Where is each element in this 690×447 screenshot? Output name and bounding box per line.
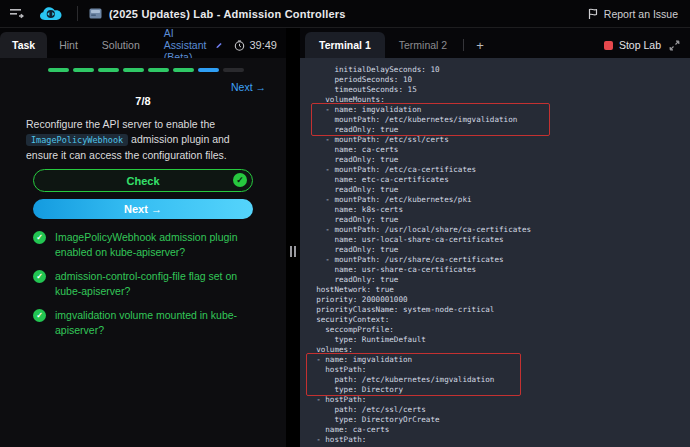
terminal-panel: Terminal 1 Terminal 2 + Stop Lab initial… — [300, 28, 690, 447]
tab-hint[interactable]: Hint — [47, 32, 90, 58]
progress-segment-done — [173, 68, 194, 72]
terminal-line: name: usr-local-share-ca-certificates — [307, 235, 690, 245]
task-text-before: Reconfigure the API server to enable the — [26, 118, 215, 130]
terminal-line: volumes: — [307, 345, 690, 355]
stop-lab-label: Stop Lab — [619, 39, 661, 51]
lab-window-icon — [89, 8, 102, 19]
terminal-line: priority: 2000001000 — [307, 295, 690, 305]
terminal-line: hostPath: — [307, 365, 690, 375]
progress-segment-done — [48, 68, 69, 72]
terminal-line: - mountPath: /etc/kubernetes/pki — [307, 195, 690, 205]
progress-bar — [48, 68, 244, 72]
lab-timer: 39:49 — [234, 39, 277, 51]
terminal-line: seccompProfile: — [307, 325, 690, 335]
terminal-line: readOnly: true — [307, 155, 690, 165]
terminal-line: path: /etc/ssl/certs — [307, 405, 690, 415]
next-step-link[interactable]: Next → — [231, 81, 266, 93]
tab-task[interactable]: Task — [0, 32, 47, 58]
main-area: Task Hint Solution AI Assistant (Beta) — [0, 28, 690, 447]
terminal-line: name: etc-ca-certificates — [307, 175, 690, 185]
terminal-line: type: Directory — [307, 385, 690, 395]
terminal-line: readOnly: true — [307, 125, 690, 135]
terminal-line: mountPath: /etc/kubernetes/imgvalidation — [307, 115, 690, 125]
stop-icon — [604, 41, 613, 50]
tab-ai-assistant[interactable]: AI Assistant (Beta) — [152, 32, 235, 58]
page-title: (2025 Updates) Lab - Admission Controlle… — [109, 8, 346, 20]
progress-segment-done — [73, 68, 94, 72]
terminal-line: name: usr-share-ca-certificates — [307, 265, 690, 275]
checklist-item: ✓ImagePolicyWebhook admission plugin ena… — [33, 230, 261, 260]
terminal-line: type: RuntimeDefault — [307, 335, 690, 345]
terminal-line: name: k8s-certs — [307, 205, 690, 215]
checklist-item: ✓imgvalidation volume mounted in kube-ap… — [33, 308, 261, 338]
terminal-line: - mountPath: /usr/share/ca-certificates — [307, 255, 690, 265]
terminal-line: volumeMounts: — [307, 95, 690, 105]
checklist-item-label: ImagePolicyWebhook admission plugin enab… — [55, 230, 261, 260]
check-button-label: Check — [126, 175, 159, 187]
terminal-line: securityContext: — [307, 315, 690, 325]
topbar-divider — [77, 6, 78, 21]
terminal-output[interactable]: initialDelaySeconds: 10 periodSeconds: 1… — [300, 58, 690, 447]
task-code-badge: ImagePolicyWebhook — [26, 134, 128, 146]
kodekloud-logo-icon[interactable] — [39, 5, 66, 23]
terminal-line: - mountPath: /etc/ca-certificates — [307, 165, 690, 175]
check-success-icon: ✓ — [33, 270, 46, 283]
sidebar-toggle-icon[interactable] — [9, 7, 24, 20]
new-terminal-button[interactable]: + — [466, 32, 494, 58]
task-content: Next → 7/8 Reconfigure the API server to… — [0, 58, 286, 447]
terminal-line: initialDelaySeconds: 10 — [307, 65, 690, 75]
checklist: ✓ImagePolicyWebhook admission plugin ena… — [33, 230, 261, 347]
step-counter: 7/8 — [0, 95, 286, 107]
terminal-line: readOnly: true — [307, 215, 690, 225]
terminal-line: - mountPath: /usr/local/share/ca-certifi… — [307, 225, 690, 235]
terminal-line: type: DirectoryOrCreate — [307, 415, 690, 425]
panel-resize-gutter[interactable] — [286, 28, 300, 447]
check-button[interactable]: Check ✓ — [33, 169, 253, 192]
terminal-line: - hostPath: — [307, 395, 690, 405]
task-description: Reconfigure the API server to enable the… — [26, 117, 264, 163]
task-panel-tabbar: Task Hint Solution AI Assistant (Beta) — [0, 28, 286, 58]
terminal-line: - mountPath: /etc/ssl/certs — [307, 135, 690, 145]
progress-segment-done — [123, 68, 144, 72]
progress-segment-current — [198, 68, 219, 72]
task-panel: Task Hint Solution AI Assistant (Beta) — [0, 28, 286, 447]
terminal-line: priorityClassName: system-node-critical — [307, 305, 690, 315]
terminal-line: readOnly: true — [307, 245, 690, 255]
report-issue-button[interactable]: Report an Issue — [588, 8, 678, 20]
next-button[interactable]: Next → — [33, 199, 253, 219]
resize-handle-icon[interactable] — [290, 246, 296, 257]
next-button-label: Next → — [124, 203, 162, 215]
expand-terminal-icon[interactable] — [669, 40, 680, 51]
terminal-line: name: ca-certs — [307, 145, 690, 155]
stop-lab-button[interactable]: Stop Lab — [604, 39, 661, 51]
report-issue-label: Report an Issue — [604, 8, 678, 20]
tab-solution[interactable]: Solution — [90, 32, 152, 58]
progress-segment-done — [148, 68, 169, 72]
check-circle-icon: ✓ — [233, 173, 247, 187]
terminal-line: timeoutSeconds: 15 — [307, 85, 690, 95]
terminal-tabbar: Terminal 1 Terminal 2 + Stop Lab — [300, 28, 690, 58]
terminal-line: readOnly: true — [307, 275, 690, 285]
check-success-icon: ✓ — [33, 309, 46, 322]
terminal-line: readOnly: true — [307, 185, 690, 195]
terminal-tab-divider — [463, 39, 464, 51]
clock-icon — [234, 40, 245, 51]
terminal-line: name: ca-certs — [307, 425, 690, 435]
terminal-line: hostNetwork: true — [307, 285, 690, 295]
pencil-icon — [216, 40, 222, 51]
terminal-line: - hostPath: — [307, 435, 690, 445]
terminal-line: - name: imgvalidation — [307, 355, 690, 365]
checklist-item: ✓admission-control-config-file flag set … — [33, 269, 261, 299]
checklist-item-label: admission-control-config-file flag set o… — [55, 269, 261, 299]
check-success-icon: ✓ — [33, 231, 46, 244]
progress-segment-done — [98, 68, 119, 72]
checklist-item-label: imgvalidation volume mounted in kube-api… — [55, 308, 261, 338]
terminal-line: periodSeconds: 10 — [307, 75, 690, 85]
tab-terminal-2[interactable]: Terminal 2 — [385, 32, 461, 58]
terminal-line: path: /etc/kubernetes/imgvalidation — [307, 375, 690, 385]
tab-terminal-1[interactable]: Terminal 1 — [305, 32, 385, 58]
timer-value: 39:49 — [249, 39, 277, 51]
top-bar: (2025 Updates) Lab - Admission Controlle… — [0, 0, 690, 28]
terminal-line: - name: imgvalidation — [307, 105, 690, 115]
progress-segment-todo — [223, 68, 244, 72]
